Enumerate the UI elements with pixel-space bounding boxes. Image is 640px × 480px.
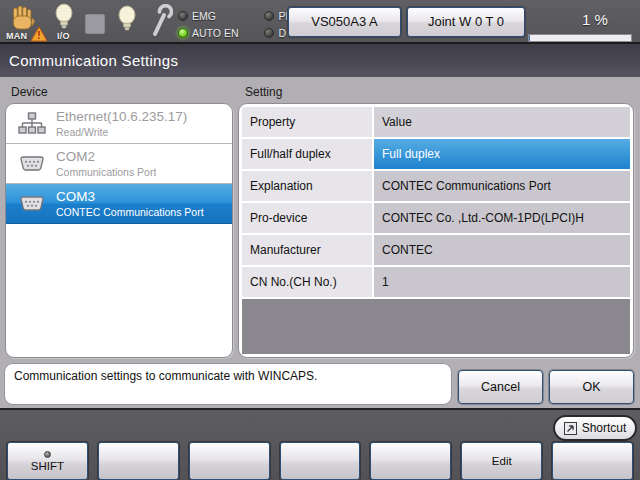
device-name: Ethernet(10.6.235.17) bbox=[56, 109, 187, 124]
robot-name-button[interactable]: VS050A3 A bbox=[288, 7, 401, 37]
setting-row[interactable]: Explanation CONTEC Communications Port bbox=[242, 171, 630, 201]
speed-progress-fill bbox=[529, 35, 530, 41]
led-indicator-icon bbox=[178, 28, 188, 38]
function-key-row: SHIFT Edit bbox=[0, 442, 640, 480]
led-indicator-icon bbox=[264, 28, 274, 38]
main-area: Device Ethernet(10.6.235.17) Read/Write … bbox=[0, 77, 640, 408]
status-led: AUTO EN bbox=[178, 26, 238, 40]
speed-percentage: 1 % bbox=[555, 11, 635, 28]
setting-property: CN No.(CH No.) bbox=[242, 267, 372, 297]
top-status-bar: MAN ! I/O bbox=[0, 0, 640, 44]
shortcut-icon bbox=[564, 422, 577, 435]
setting-value[interactable]: CONTEC bbox=[374, 235, 630, 265]
function-key[interactable] bbox=[370, 442, 451, 480]
teach-pendant-screen: MAN ! I/O bbox=[0, 0, 640, 480]
warning-icon: ! bbox=[30, 26, 48, 46]
ok-button[interactable]: OK bbox=[549, 370, 634, 404]
stop-square-icon bbox=[85, 14, 105, 34]
led-indicator-icon bbox=[178, 11, 188, 21]
device-description: CONTEC Communications Port bbox=[56, 206, 204, 218]
function-key[interactable]: Edit bbox=[461, 442, 542, 480]
device-list-item[interactable]: COM3 CONTEC Communications Port bbox=[6, 184, 232, 224]
function-key[interactable] bbox=[189, 442, 270, 480]
svg-text:!: ! bbox=[37, 30, 40, 41]
setting-table-header: Property Value bbox=[242, 107, 630, 137]
led-label: EMG bbox=[192, 10, 216, 22]
shortcut-button[interactable]: Shortcut bbox=[553, 415, 637, 441]
function-key[interactable] bbox=[98, 442, 179, 480]
shortcut-button-label: Shortcut bbox=[582, 421, 627, 435]
setting-table-empty-area bbox=[242, 299, 630, 354]
property-column-header: Property bbox=[242, 107, 372, 137]
coordinate-mode-button[interactable]: Joint W 0 T 0 bbox=[407, 7, 525, 37]
device-list: Ethernet(10.6.235.17) Read/Write COM2 Co… bbox=[5, 103, 233, 358]
device-description: Read/Write bbox=[56, 126, 187, 138]
io-lamp-icon bbox=[53, 3, 75, 34]
ethernet-icon bbox=[16, 112, 48, 136]
setting-property: Pro-device bbox=[242, 203, 372, 233]
led-indicator-icon bbox=[264, 11, 274, 21]
device-list-item[interactable]: Ethernet(10.6.235.17) Read/Write bbox=[6, 104, 232, 144]
io-label: I/O bbox=[57, 31, 70, 41]
wrench-icon bbox=[147, 4, 173, 42]
device-list-item[interactable]: COM2 Communications Port bbox=[6, 144, 232, 184]
page-title: Communication Settings bbox=[0, 44, 640, 77]
shift-led-icon bbox=[44, 451, 51, 458]
setting-property: Manufacturer bbox=[242, 235, 372, 265]
setting-property: Full/half duplex bbox=[242, 139, 372, 169]
setting-value[interactable]: CONTEC Communications Port bbox=[374, 171, 630, 201]
speed-progress-bar bbox=[528, 34, 632, 42]
serial-port-icon bbox=[16, 196, 48, 212]
device-name: COM2 bbox=[56, 149, 156, 164]
setting-row[interactable]: CN No.(CH No.) 1 bbox=[242, 267, 630, 297]
lamp-icon bbox=[116, 5, 138, 36]
bottom-bar: Shortcut SHIFT Edit bbox=[0, 408, 640, 480]
function-key[interactable] bbox=[280, 442, 361, 480]
setting-row[interactable]: Pro-device CONTEC Co. ,Ltd.-COM-1PD(LPCI… bbox=[242, 203, 630, 233]
function-key[interactable]: SHIFT bbox=[7, 442, 88, 480]
device-description: Communications Port bbox=[56, 166, 156, 178]
device-panel-label: Device bbox=[11, 85, 48, 99]
status-message-box: Communication settings to communicate wi… bbox=[4, 363, 452, 405]
function-key-label: Edit bbox=[492, 455, 512, 467]
setting-value[interactable]: 1 bbox=[374, 267, 630, 297]
device-name: COM3 bbox=[56, 189, 204, 204]
status-led: EMG bbox=[178, 9, 238, 23]
setting-row[interactable]: Full/half duplex Full duplex bbox=[242, 139, 630, 169]
mode-label: MAN bbox=[6, 31, 27, 41]
function-key[interactable] bbox=[552, 442, 633, 480]
setting-value[interactable]: CONTEC Co. ,Ltd.-COM-1PD(LPCI)H bbox=[374, 203, 630, 233]
setting-row[interactable]: Manufacturer CONTEC bbox=[242, 235, 630, 265]
setting-table: Property Value Full/half duplex Full dup… bbox=[238, 103, 634, 358]
setting-value[interactable]: Full duplex bbox=[374, 139, 630, 169]
cancel-button[interactable]: Cancel bbox=[458, 370, 543, 404]
setting-panel-label: Setting bbox=[245, 85, 282, 99]
serial-port-icon bbox=[16, 156, 48, 172]
led-label: AUTO EN bbox=[192, 27, 238, 39]
value-column-header: Value bbox=[374, 107, 630, 137]
function-key-label: SHIFT bbox=[31, 460, 64, 472]
setting-property: Explanation bbox=[242, 171, 372, 201]
